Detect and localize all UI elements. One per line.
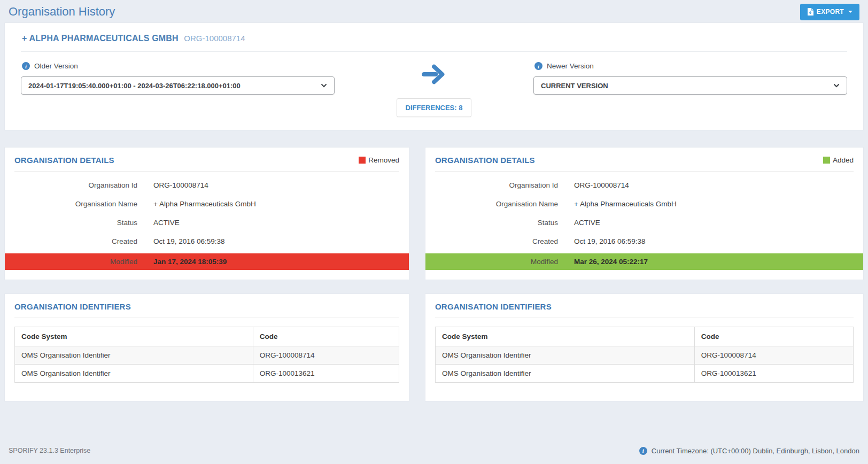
older-version-selected-value: 2024-01-17T19:05:40.000+01:00 - 2024-03-…	[28, 82, 241, 90]
added-color-swatch	[823, 157, 830, 164]
divider	[14, 318, 399, 318]
field-row-organisation-name: Organisation Name + Alpha Pharmaceutical…	[435, 195, 854, 213]
field-value: Jan 17, 2024 18:05:39	[153, 258, 399, 266]
field-row-status: Status ACTIVE	[435, 213, 854, 232]
code-system-column-header: Code System	[436, 327, 695, 346]
app-footer: SPORIFY 23.1.3 Enterprise i Current Time…	[0, 437, 868, 464]
code-system-cell: OMS Organisation Identifier	[15, 346, 253, 365]
table-header-row: Code System Code	[436, 327, 854, 346]
chevron-down-icon	[833, 83, 840, 88]
field-value: ACTIVE	[153, 219, 399, 227]
differences-button[interactable]: DIFFERENCES: 8	[397, 98, 472, 117]
field-row-organisation-id: Organisation Id ORG-100008714	[435, 176, 854, 195]
field-value: ORG-100008714	[153, 181, 399, 189]
removed-legend: Removed	[359, 156, 399, 164]
code-cell: ORG-100013621	[694, 365, 853, 383]
field-label: Organisation Id	[435, 181, 558, 189]
older-identifiers-title: ORGANISATION IDENTIFIERS	[14, 302, 131, 311]
field-label: Organisation Id	[14, 181, 137, 189]
code-system-column-header: Code System	[15, 327, 253, 346]
newer-identifiers-table: Code System Code OMS Organisation Identi…	[435, 327, 854, 383]
field-row-organisation-id: Organisation Id ORG-100008714	[14, 176, 399, 195]
timezone-label: Current Timezone: (UTC+00:00) Dublin, Ed…	[652, 447, 859, 455]
field-label: Modified	[14, 258, 137, 266]
field-value: + Alpha Pharmaceuticals GmbH	[153, 200, 399, 208]
field-label: Modified	[435, 258, 558, 266]
app-header: Organisation History EXPORT	[0, 0, 868, 22]
field-row-status: Status ACTIVE	[14, 213, 399, 232]
field-row-modified-added: Modified Mar 26, 2024 05:22:17	[425, 253, 863, 270]
newer-identifiers-title: ORGANISATION IDENTIFIERS	[435, 302, 552, 311]
field-row-modified-removed: Modified Jan 17, 2024 18:05:39	[5, 253, 409, 270]
field-value: + Alpha Pharmaceuticals GmbH	[574, 200, 854, 208]
table-row: OMS Organisation Identifier ORG-10001362…	[15, 365, 399, 383]
organisation-header: + ALPHA PHARMACEUTICALS GMBH ORG-1000087…	[21, 34, 847, 43]
older-version-label: Older Version	[34, 62, 78, 70]
table-header-row: Code System Code	[15, 327, 399, 346]
table-row: OMS Organisation Identifier ORG-10000871…	[15, 346, 399, 365]
divider	[21, 51, 847, 52]
organisation-id-heading: ORG-100008714	[184, 34, 245, 43]
code-cell: ORG-100008714	[253, 346, 399, 365]
newer-version-column: i Newer Version CURRENT VERSION	[533, 62, 847, 95]
newer-details-panel: ORGANISATION DETAILS Added Organisation …	[425, 147, 864, 280]
code-cell: ORG-100008714	[694, 346, 853, 365]
info-icon: i	[22, 62, 30, 70]
page-title: Organisation History	[9, 5, 115, 19]
field-value: Mar 26, 2024 05:22:17	[574, 258, 854, 266]
divider	[435, 318, 854, 318]
export-button-label: EXPORT	[817, 8, 844, 16]
field-label: Organisation Name	[435, 200, 558, 208]
arrow-right-icon	[421, 64, 447, 87]
newer-version-selected-value: CURRENT VERSION	[541, 82, 608, 90]
field-row-created: Created Oct 19, 2016 06:59:38	[14, 232, 399, 251]
older-identifiers-panel: ORGANISATION IDENTIFIERS Code System Cod…	[4, 293, 409, 401]
newer-identifiers-panel: ORGANISATION IDENTIFIERS Code System Cod…	[425, 293, 864, 401]
removed-legend-label: Removed	[368, 156, 399, 164]
code-column-header: Code	[253, 327, 399, 346]
field-label: Organisation Name	[14, 200, 137, 208]
code-cell: ORG-100013621	[253, 365, 399, 383]
divider	[14, 171, 399, 172]
older-identifiers-table: Code System Code OMS Organisation Identi…	[14, 327, 399, 383]
info-icon: i	[639, 447, 647, 455]
compare-middle-column: DIFFERENCES: 8	[335, 62, 533, 117]
newer-version-label: Newer Version	[547, 62, 594, 70]
chevron-down-icon	[321, 83, 327, 88]
export-button[interactable]: EXPORT	[800, 4, 859, 20]
field-value: ORG-100008714	[574, 181, 854, 189]
table-row: OMS Organisation Identifier ORG-10001362…	[436, 365, 854, 383]
field-value: Oct 19, 2016 06:59:38	[153, 237, 399, 245]
newer-details-title: ORGANISATION DETAILS	[435, 156, 535, 165]
newer-version-select[interactable]: CURRENT VERSION	[533, 76, 847, 95]
field-label: Status	[435, 219, 558, 227]
field-label: Created	[14, 237, 137, 245]
older-details-panel: ORGANISATION DETAILS Removed Organisatio…	[4, 147, 409, 280]
file-export-icon	[807, 8, 813, 16]
field-row-organisation-name: Organisation Name + Alpha Pharmaceutical…	[14, 195, 399, 213]
app-version-label: SPORIFY 23.1.3 Enterprise	[9, 447, 90, 454]
timezone-status: i Current Timezone: (UTC+00:00) Dublin, …	[639, 447, 859, 455]
field-row-created: Created Oct 19, 2016 06:59:38	[435, 232, 854, 251]
added-legend-label: Added	[833, 156, 854, 164]
older-version-column: i Older Version 2024-01-17T19:05:40.000+…	[21, 62, 335, 95]
field-value: ACTIVE	[574, 219, 854, 227]
added-legend: Added	[823, 156, 854, 164]
older-details-title: ORGANISATION DETAILS	[14, 156, 114, 165]
info-icon: i	[534, 62, 542, 70]
divider	[435, 171, 854, 172]
code-column-header: Code	[694, 327, 853, 346]
main-content: + ALPHA PHARMACEUTICALS GMBH ORG-1000087…	[0, 22, 868, 401]
code-system-cell: OMS Organisation Identifier	[436, 365, 695, 383]
field-value: Oct 19, 2016 06:59:38	[574, 237, 854, 245]
organisation-name-heading: + ALPHA PHARMACEUTICALS GMBH	[22, 34, 179, 43]
removed-color-swatch	[359, 157, 366, 164]
code-system-cell: OMS Organisation Identifier	[436, 346, 695, 365]
code-system-cell: OMS Organisation Identifier	[15, 365, 253, 383]
older-version-select[interactable]: 2024-01-17T19:05:40.000+01:00 - 2024-03-…	[21, 76, 335, 95]
field-label: Created	[435, 237, 558, 245]
version-compare-card: + ALPHA PHARMACEUTICALS GMBH ORG-1000087…	[4, 22, 864, 130]
caret-down-icon	[848, 11, 852, 13]
table-row: OMS Organisation Identifier ORG-10000871…	[436, 346, 854, 365]
field-label: Status	[14, 219, 137, 227]
